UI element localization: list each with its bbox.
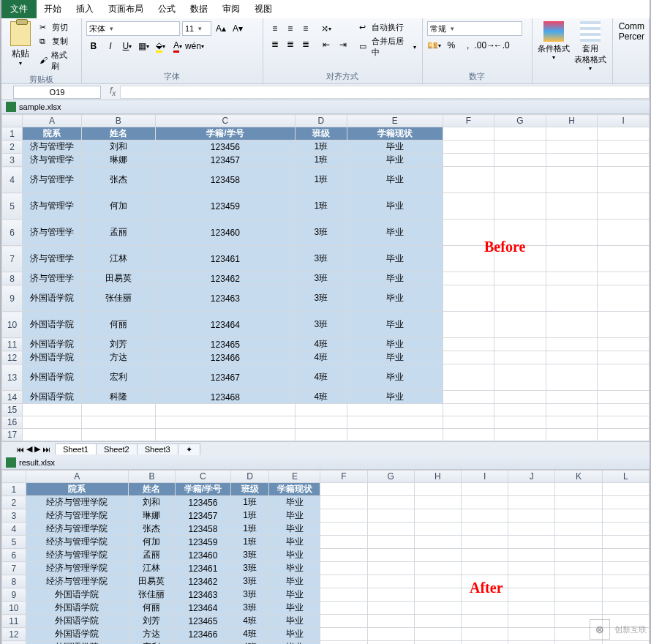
header-cell[interactable] <box>320 483 367 496</box>
tab-review[interactable]: 审阅 <box>215 0 247 18</box>
cell[interactable] <box>602 575 649 588</box>
cell[interactable]: 毕业 <box>269 588 320 602</box>
sheet-tab-1[interactable]: Sheet1 <box>55 443 97 454</box>
cell[interactable] <box>443 429 494 441</box>
cell[interactable]: 4班 <box>296 338 347 351</box>
cell[interactable]: 何加 <box>81 193 155 220</box>
cell[interactable] <box>320 509 367 523</box>
cell[interactable]: 毕业 <box>269 549 320 562</box>
cell[interactable]: 123458 <box>175 523 230 536</box>
cell[interactable] <box>508 628 555 641</box>
cell[interactable] <box>320 562 367 575</box>
col-header[interactable]: I <box>598 115 650 127</box>
cell[interactable] <box>602 496 649 509</box>
col-header[interactable]: A <box>26 471 128 483</box>
header-cell[interactable] <box>508 483 555 496</box>
cell[interactable] <box>598 285 650 312</box>
cell[interactable] <box>443 272 494 285</box>
header-cell[interactable] <box>602 483 649 496</box>
cell[interactable] <box>494 285 546 312</box>
cell[interactable]: 毕业 <box>347 246 443 272</box>
paste-button[interactable]: 粘贴 ▾ <box>6 21 35 67</box>
cell[interactable]: 琳娜 <box>128 509 175 523</box>
cell[interactable]: 3班 <box>296 312 347 338</box>
cell[interactable] <box>602 509 649 523</box>
col-header[interactable]: K <box>555 471 602 483</box>
cell[interactable] <box>494 272 546 285</box>
row-header[interactable]: 2 <box>2 496 26 509</box>
cell[interactable] <box>414 588 461 602</box>
cell[interactable] <box>462 562 508 575</box>
tab-data[interactable]: 数据 <box>183 0 215 18</box>
cell[interactable]: 1班 <box>296 154 347 167</box>
cell[interactable]: 济与管理学 <box>23 246 82 272</box>
cell[interactable]: 3班 <box>296 272 347 285</box>
cell[interactable] <box>508 641 555 645</box>
cell[interactable]: 4班 <box>296 364 347 391</box>
cell[interactable] <box>598 391 650 404</box>
cell[interactable]: 1班 <box>230 523 269 536</box>
cell[interactable]: 毕业 <box>269 509 320 523</box>
cell[interactable] <box>296 416 347 429</box>
align-left-button[interactable]: ≣ <box>268 37 282 51</box>
nav-first-icon[interactable]: ⏮ <box>16 445 24 454</box>
row-header[interactable]: 10 <box>2 312 23 338</box>
align-right-button[interactable]: ≣ <box>298 37 313 51</box>
cell[interactable] <box>602 562 649 575</box>
cell[interactable]: 毕业 <box>347 220 443 246</box>
cell[interactable]: 123461 <box>155 246 296 272</box>
cell[interactable]: 孟丽 <box>81 220 155 246</box>
cell[interactable]: 毕业 <box>347 391 443 404</box>
cell[interactable] <box>508 615 555 628</box>
cell[interactable]: 刘芳 <box>128 615 175 628</box>
increase-decimal-button[interactable]: .00→ <box>478 38 492 53</box>
cell[interactable]: 123463 <box>155 285 296 312</box>
cell[interactable]: 江林 <box>128 562 175 575</box>
cell[interactable] <box>320 575 367 588</box>
cell[interactable]: 何加 <box>128 536 175 549</box>
cell[interactable] <box>494 391 546 404</box>
cell[interactable] <box>320 536 367 549</box>
cell[interactable]: 济与管理学 <box>23 272 82 285</box>
cell[interactable]: 外国语学院 <box>23 351 82 364</box>
align-top-button[interactable]: ≡ <box>268 21 282 36</box>
cell[interactable]: 123466 <box>175 628 230 641</box>
cell[interactable] <box>598 167 650 193</box>
col-header[interactable]: B <box>81 115 155 127</box>
cell[interactable]: 外国语学院 <box>26 615 128 628</box>
cell[interactable] <box>494 338 546 351</box>
cell[interactable] <box>23 404 82 416</box>
row-header[interactable]: 3 <box>2 509 26 523</box>
cell[interactable] <box>546 416 598 429</box>
cell[interactable]: 毕业 <box>269 628 320 641</box>
cell[interactable] <box>443 193 494 220</box>
cell[interactable] <box>443 154 494 167</box>
cell[interactable] <box>546 272 598 285</box>
cell[interactable]: 济与管理学 <box>23 193 82 220</box>
cell[interactable] <box>494 416 546 429</box>
cell[interactable]: 毕业 <box>347 285 443 312</box>
row-header[interactable]: 11 <box>2 615 26 628</box>
increase-indent-button[interactable]: ⇥ <box>336 37 350 52</box>
cell[interactable] <box>81 429 155 441</box>
cell[interactable]: 经济与管理学院 <box>26 575 128 588</box>
cell[interactable] <box>414 575 461 588</box>
cell[interactable]: 毕业 <box>347 364 443 391</box>
cell[interactable]: 经济与管理学院 <box>26 523 128 536</box>
cell[interactable]: 毕业 <box>347 154 443 167</box>
row-header[interactable]: 5 <box>2 193 23 220</box>
merge-center-button[interactable]: ▭合并后居中▾ <box>358 35 418 59</box>
italic-button[interactable]: I <box>103 39 118 53</box>
row-header[interactable]: 8 <box>2 272 23 285</box>
formula-input[interactable] <box>120 86 650 99</box>
cell[interactable]: 济与管理学 <box>23 154 82 167</box>
cell[interactable] <box>462 523 508 536</box>
doc1-grid[interactable]: ABCDEFGHI1院系姓名学籍/学号班级学籍现状2济与管理学刘和1234561… <box>1 114 650 441</box>
cell[interactable] <box>546 246 598 272</box>
header-cell[interactable] <box>494 127 546 141</box>
cell[interactable]: 科隆 <box>81 391 155 404</box>
cell[interactable]: 刘芳 <box>81 338 155 351</box>
align-center-button[interactable]: ≣ <box>283 37 298 51</box>
cell[interactable] <box>296 404 347 416</box>
align-middle-button[interactable]: ≡ <box>283 21 298 36</box>
